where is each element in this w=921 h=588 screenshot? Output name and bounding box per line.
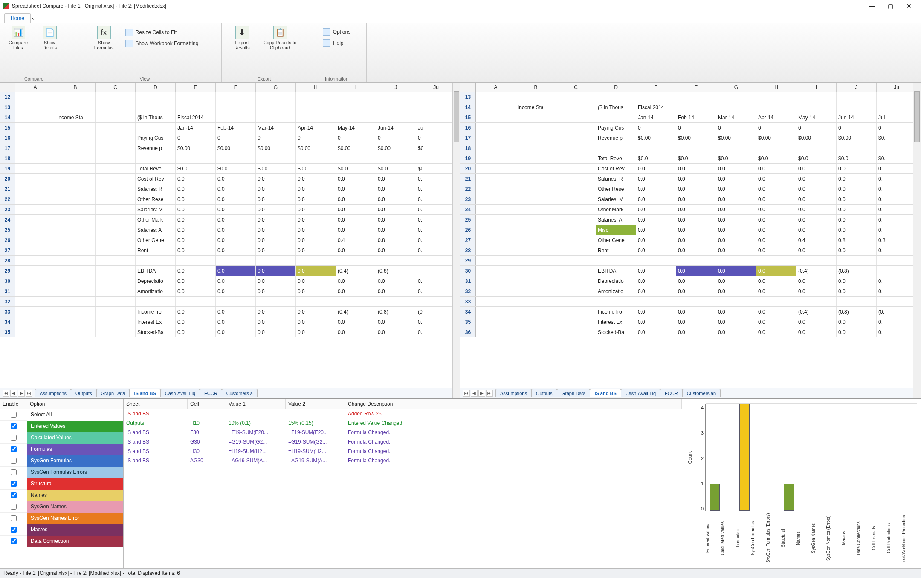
cell[interactable]: 0. <box>416 194 456 204</box>
cell[interactable] <box>416 266 456 276</box>
cell[interactable]: $0.0 <box>176 164 216 173</box>
cell[interactable] <box>476 164 516 173</box>
cell[interactable]: $0.0 <box>296 164 336 173</box>
cell[interactable] <box>296 92 336 102</box>
cell[interactable] <box>556 225 596 235</box>
cell[interactable]: 0.0 <box>176 286 216 296</box>
cell[interactable]: 0. <box>877 164 917 173</box>
cell[interactable]: (0.4) <box>796 266 837 276</box>
cell[interactable]: $0.0 <box>216 164 256 173</box>
cell[interactable] <box>516 123 556 133</box>
cell[interactable] <box>55 123 96 133</box>
cell[interactable]: 0.0 <box>256 205 296 214</box>
cell[interactable]: 0.0 <box>296 245 336 255</box>
row-header[interactable]: 31 <box>0 286 15 296</box>
row-header[interactable]: 28 <box>460 245 476 255</box>
row-header[interactable]: 32 <box>0 297 15 306</box>
maximize-button[interactable]: ▢ <box>881 0 900 12</box>
cell[interactable]: 0.0 <box>256 194 296 204</box>
cell[interactable]: 0.0 <box>296 235 336 245</box>
cell[interactable]: 0.0 <box>796 194 837 204</box>
cell[interactable]: $0.0 <box>837 153 877 163</box>
cell[interactable]: 0.0 <box>176 276 216 286</box>
sheet-nav-button[interactable]: ⏭ <box>486 390 493 397</box>
cell[interactable] <box>476 92 516 102</box>
cell[interactable]: 0.0 <box>256 286 296 296</box>
cell[interactable]: 0.0 <box>796 245 837 255</box>
cell[interactable] <box>256 297 296 306</box>
cell[interactable] <box>96 286 136 296</box>
cell[interactable]: 0.0 <box>837 225 877 235</box>
cell[interactable] <box>837 92 877 102</box>
sheet-nav-button[interactable]: ◀ <box>471 390 478 397</box>
sheet-nav-button[interactable]: ◀ <box>10 390 17 397</box>
column-header[interactable]: A <box>15 83 55 92</box>
cell[interactable]: (0.8) <box>376 307 416 317</box>
cell[interactable]: 0.0 <box>256 184 296 194</box>
sheet-tab[interactable]: Cash-Avail-Liq <box>160 389 200 397</box>
cell[interactable] <box>516 112 556 122</box>
cell[interactable]: 0 <box>877 123 917 133</box>
cell[interactable] <box>336 153 376 163</box>
cell[interactable]: 0.0 <box>296 184 336 194</box>
row-header[interactable]: 25 <box>460 215 476 225</box>
cell[interactable] <box>556 133 596 143</box>
cell[interactable] <box>55 133 96 143</box>
cell[interactable]: 0.0 <box>716 276 756 286</box>
column-header[interactable]: D <box>596 83 636 92</box>
cell[interactable]: 0.0 <box>837 317 877 327</box>
cell[interactable]: 0.0 <box>636 225 676 235</box>
cell[interactable]: 0.0 <box>636 174 676 184</box>
cell[interactable]: 0.0 <box>216 205 256 214</box>
cell[interactable]: Income fro <box>136 307 176 317</box>
cell[interactable] <box>96 153 136 163</box>
column-header[interactable]: C <box>556 83 596 92</box>
cell[interactable] <box>716 256 756 265</box>
cell[interactable] <box>216 102 256 112</box>
cell[interactable] <box>556 194 596 204</box>
cell[interactable] <box>476 133 516 143</box>
option-checkbox[interactable] <box>11 458 17 464</box>
cell[interactable]: 0.0 <box>296 194 336 204</box>
cell[interactable] <box>556 205 596 214</box>
cell[interactable]: 0.0 <box>636 286 676 296</box>
cell[interactable]: 0.0 <box>296 215 336 225</box>
cell[interactable]: 0.0 <box>716 205 756 214</box>
cell[interactable]: 0. <box>416 225 456 235</box>
cell[interactable]: $0 <box>416 164 456 173</box>
cell[interactable]: (0.4) <box>796 307 837 317</box>
cell[interactable] <box>15 235 55 245</box>
cell[interactable]: Revenue p <box>136 143 176 153</box>
sheet-tab[interactable]: FCCR <box>660 389 683 397</box>
cell[interactable] <box>15 184 55 194</box>
cell[interactable] <box>676 143 716 153</box>
cell[interactable] <box>756 102 796 112</box>
cell[interactable]: Amortizatio <box>596 286 636 296</box>
cell[interactable] <box>15 164 55 173</box>
cell[interactable]: 0.0 <box>676 307 716 317</box>
cell[interactable]: 0.0 <box>296 286 336 296</box>
cell[interactable]: (0.8) <box>837 307 877 317</box>
cell[interactable]: 0.0 <box>216 225 256 235</box>
cell[interactable] <box>676 92 716 102</box>
row-header[interactable]: 24 <box>460 205 476 214</box>
cell[interactable]: 0.0 <box>336 327 376 337</box>
cell[interactable] <box>716 297 756 306</box>
cell[interactable]: 0.0 <box>336 184 376 194</box>
cell[interactable] <box>596 256 636 265</box>
tab-home[interactable]: Home <box>4 13 31 23</box>
cell[interactable] <box>176 256 216 265</box>
cell[interactable]: $0.0 <box>336 164 376 173</box>
cell[interactable]: $0. <box>877 133 917 143</box>
cell[interactable]: (0.8) <box>837 266 877 276</box>
cell[interactable] <box>636 92 676 102</box>
cell[interactable] <box>516 327 556 337</box>
cell[interactable]: (0. <box>877 307 917 317</box>
cell[interactable]: 0.0 <box>256 225 296 235</box>
cell[interactable] <box>256 153 296 163</box>
cell[interactable]: Depreciatio <box>136 276 176 286</box>
row-header[interactable]: 27 <box>460 235 476 245</box>
cell[interactable] <box>516 143 556 153</box>
cell[interactable]: ($ in Thous <box>136 112 176 122</box>
cell[interactable]: 0.0 <box>756 276 796 286</box>
